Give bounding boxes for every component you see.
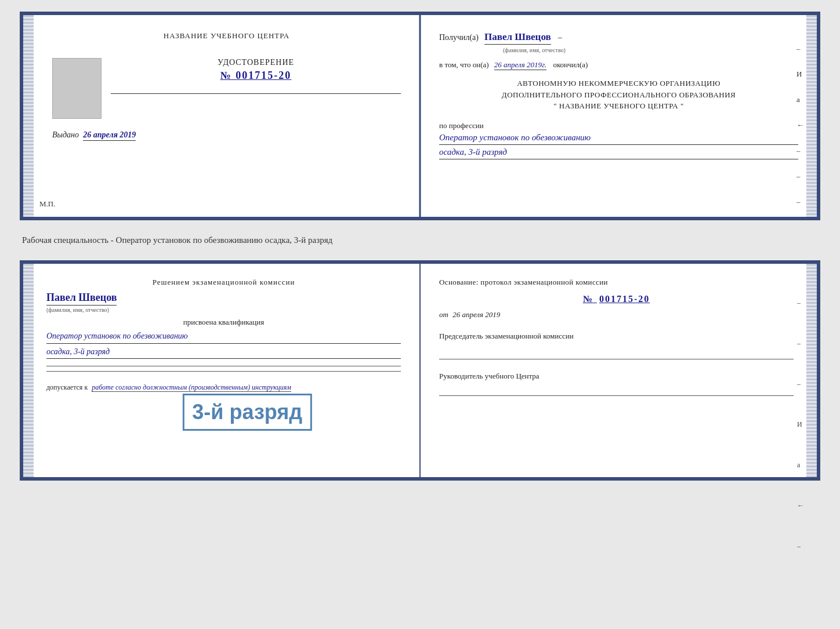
issued-date: 26 апреля 2019	[83, 130, 136, 141]
cert-number: № 001715-20	[111, 70, 401, 82]
date-field: 26 апреля 2019г.	[494, 60, 546, 70]
top-document-card: НАЗВАНИЕ УЧЕБНОГО ЦЕНТРА УДОСТОВЕРЕНИЕ №…	[20, 12, 820, 220]
chairman-sig-line	[439, 359, 794, 359]
org-line2: ДОПОЛНИТЕЛЬНОГО ПРОФЕССИОНАЛЬНОГО ОБРАЗО…	[439, 89, 798, 101]
stamp-text: 3-й разряд	[192, 400, 302, 424]
head-text: Руководитель учебного Центра	[439, 371, 794, 381]
cert-issued: Выдано 26 апреля 2019	[52, 130, 401, 140]
dopusk-line: допускается к работе согласно должностны…	[46, 383, 401, 392]
mp-label: М.П.	[39, 199, 55, 209]
received-prefix: Получил(а)	[439, 33, 479, 42]
org-line3: " НАЗВАНИЕ УЧЕБНОГО ЦЕНТРА "	[439, 100, 798, 112]
separator-text: Рабочая специальность - Оператор установ…	[22, 231, 820, 250]
page-container: НАЗВАНИЕ УЧЕБНОГО ЦЕНТРА УДОСТОВЕРЕНИЕ №…	[20, 12, 820, 481]
cert-area: УДОСТОВЕРЕНИЕ № 001715-20	[52, 58, 401, 119]
cert-number-prefix: №	[220, 70, 232, 81]
from-date-value: 26 апреля 2019	[452, 310, 500, 319]
issued-label: Выдано	[52, 130, 79, 139]
right-edge-bottom: – – – И а ← –	[797, 299, 804, 551]
recipient-name: Павел Швецов	[484, 31, 551, 45]
cert-info: УДОСТОВЕРЕНИЕ № 001715-20	[111, 58, 401, 101]
from-label: от	[439, 310, 448, 319]
profession-line1-top: Оператор установок по обезвоживанию	[439, 133, 798, 145]
cert-number-value: 001715-20	[236, 70, 291, 81]
osnov-text: Основание: протокол экзаменационной коми…	[439, 278, 794, 287]
dopusk-prefix: допускается к	[46, 383, 88, 391]
top-right-panel: Получил(а) Павел Швецов – (фамилия, имя,…	[421, 15, 817, 217]
sig-line-2	[46, 371, 401, 372]
prof-line1-bottom: Оператор установок по обезвоживанию	[46, 330, 401, 344]
protocol-prefix: №	[583, 294, 593, 304]
cert-divider	[111, 93, 401, 94]
protocol-number-value: 001715-20	[599, 294, 650, 304]
profession-line2-top: осадка, 3-й разряд	[439, 147, 798, 159]
dash: –	[558, 33, 562, 42]
profession-label: по профессии	[439, 121, 798, 130]
protocol-number: № 001715-20	[439, 294, 794, 304]
in-that-line: в том, что он(а) 26 апреля 2019г. окончи…	[439, 60, 798, 70]
bottom-document-card: Решением экзаменационной комиссии Павел …	[20, 260, 820, 481]
qualification-text: присвоена квалификация	[46, 318, 401, 327]
fio-label-top: (фамилия, имя, отчество)	[503, 47, 798, 53]
top-left-title: НАЗВАНИЕ УЧЕБНОГО ЦЕНТРА	[52, 31, 401, 41]
dopusk-text: работе согласно должностным (производств…	[92, 383, 291, 392]
name-area: Павел Швецов (фамилия, имя, отчество)	[46, 292, 401, 313]
sig-line-1	[46, 366, 401, 366]
org-block: АВТОНОМНУЮ НЕКОММЕРЧЕСКУЮ ОРГАНИЗАЦИЮ ДО…	[439, 78, 798, 112]
stamp: 3-й разряд	[182, 394, 312, 431]
right-edge-top: – И а ← – – –	[796, 44, 804, 206]
cert-label: УДОСТОВЕРЕНИЕ	[111, 58, 401, 67]
bottom-left-panel: Решением экзаменационной комиссии Павел …	[23, 264, 421, 477]
chairman-text: Председатель экзаменационной комиссии	[439, 331, 794, 341]
fio-label-bottom: (фамилия, имя, отчество)	[46, 307, 401, 313]
from-date: от 26 апреля 2019	[439, 310, 794, 319]
bottom-right-panel: Основание: протокол экзаменационной коми…	[421, 264, 817, 477]
signature-lines	[46, 366, 401, 372]
decision-text: Решением экзаменационной комиссии	[46, 278, 401, 287]
org-line1: АВТОНОМНУЮ НЕКОММЕРЧЕСКУЮ ОРГАНИЗАЦИЮ	[439, 78, 798, 89]
photo-placeholder	[52, 58, 102, 119]
prof-line2-bottom: осадка, 3-й разряд	[46, 346, 401, 359]
bottom-name: Павел Швецов	[46, 292, 117, 306]
finished-label: окончил(а)	[553, 60, 588, 69]
head-sig-line	[439, 395, 794, 396]
top-left-panel: НАЗВАНИЕ УЧЕБНОГО ЦЕНТРА УДОСТОВЕРЕНИЕ №…	[23, 15, 421, 217]
in-that-prefix: в том, что он(а)	[439, 60, 489, 69]
received-line: Получил(а) Павел Швецов –	[439, 31, 798, 45]
